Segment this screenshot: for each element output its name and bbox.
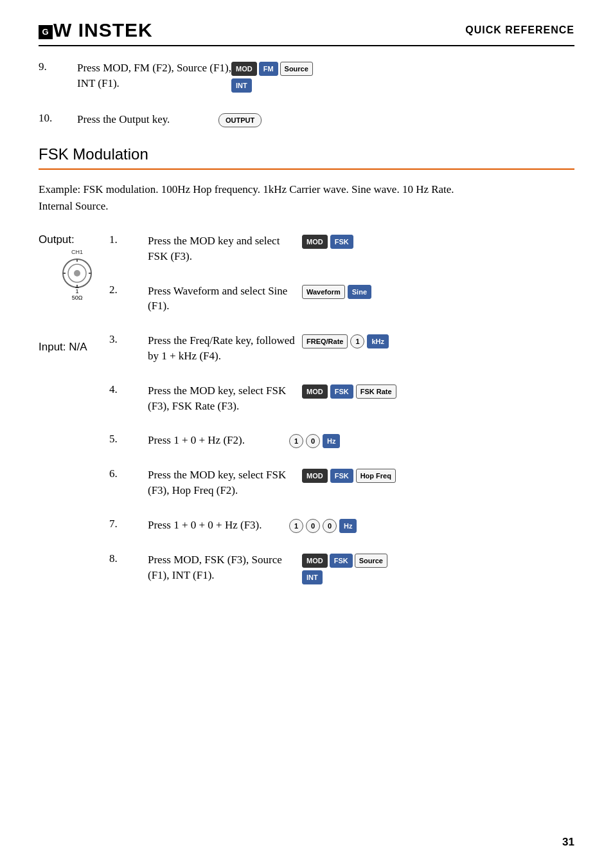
fsk-step-4-num: 4.: [109, 382, 148, 396]
header: GW INSTEK QUICK REFERENCE: [39, 19, 574, 41]
fsk-step-8-keys-col: MOD FSK Source INT: [302, 554, 387, 584]
step-10-text: Press the Output key.: [77, 111, 218, 127]
page-number: 31: [562, 836, 574, 849]
key-fsk-4: FSK: [330, 384, 353, 399]
step-9-keys-row1: MOD FM Source: [231, 62, 313, 76]
fsk-step-6: 6. Press the MOD key, select FSK (F3), H…: [109, 466, 574, 498]
step-10-num: 10.: [39, 111, 77, 125]
key-hopfreq-6: Hop Freq: [356, 469, 396, 483]
resistance-label: 150Ω: [72, 288, 83, 301]
fsk-step-8: 8. Press MOD, FSK (F3), Source (F1), INT…: [109, 551, 574, 584]
fsk-steps-area: Output: CH1: [39, 232, 574, 602]
step-9-num: 9.: [39, 59, 77, 73]
key-mod-1: MOD: [302, 235, 328, 249]
connector-icon: [61, 255, 93, 291]
fsk-step-5-text: Press 1 + 0 + Hz (F2).: [148, 431, 289, 448]
fsk-step-5-num: 5.: [109, 431, 148, 446]
key-fskrate-4: FSK Rate: [356, 384, 396, 399]
fsk-step-7-text: Press 1 + 0 + 0 + Hz (F3).: [148, 516, 289, 533]
key-fsk-8: FSK: [330, 554, 353, 568]
fsk-step-8-text: Press MOD, FSK (F3), Source (F1), INT (F…: [148, 551, 302, 583]
fsk-step-1-keys: MOD FSK: [302, 232, 353, 249]
logo: GW INSTEK: [39, 19, 153, 41]
key-1-3: 1: [350, 334, 364, 348]
key-mod-9: MOD: [231, 62, 257, 76]
fsk-step-7-keys: 1 0 0 Hz: [289, 516, 357, 533]
fsk-step-1: 1. Press the MOD key and select FSK (F3)…: [109, 232, 574, 264]
input-label: Input: N/A: [39, 339, 109, 354]
fsk-step-3-keys: FREQ/Rate 1 kHz: [302, 332, 389, 348]
header-divider: [39, 45, 574, 46]
logo-sq: G: [39, 25, 53, 39]
fsk-section-divider: [39, 168, 574, 170]
step-9-keys-col: MOD FM Source INT: [231, 62, 313, 93]
step-9-text: Press MOD, FM (F2), Source (F1), INT (F1…: [77, 59, 231, 91]
key-fm-9: FM: [259, 62, 278, 76]
fsk-step-6-text: Press the MOD key, select FSK (F3), Hop …: [148, 466, 302, 498]
key-hz-5: Hz: [323, 434, 340, 448]
fsk-step-5-keys: 1 0 Hz: [289, 431, 340, 448]
key-1-7: 1: [289, 519, 303, 533]
step-row-10: 10. Press the Output key. OUTPUT: [39, 111, 574, 127]
fsk-step-8-keys-row1: MOD FSK Source: [302, 554, 387, 568]
page: GW INSTEK QUICK REFERENCE 9. Press MOD, …: [0, 0, 613, 868]
key-source-9: Source: [280, 62, 313, 76]
key-int-8: INT: [302, 570, 323, 584]
key-khz-3: kHz: [367, 334, 389, 348]
svg-point-2: [74, 270, 80, 276]
fsk-step-3-text: Press the Freq/Rate key, followed by 1 +…: [148, 332, 302, 364]
step-10-keys: OUTPUT: [218, 111, 262, 127]
fsk-step-2-num: 2.: [109, 282, 148, 296]
fsk-step-2-text: Press Waveform and select Sine (F1).: [148, 282, 302, 314]
fsk-step-6-keys: MOD FSK Hop Freq: [302, 466, 396, 483]
key-waveform-2: Waveform: [302, 285, 345, 299]
key-0b-7: 0: [323, 519, 337, 533]
fsk-step-3-num: 3.: [109, 332, 148, 346]
output-label-area: Output: CH1: [39, 232, 109, 301]
fsk-step-8-keys: MOD FSK Source INT: [302, 551, 387, 584]
logo-text: W INSTEK: [53, 19, 153, 41]
output-icon: CH1: [45, 249, 109, 301]
fsk-section: FSK Modulation Example: FSK modulation. …: [39, 145, 574, 214]
fsk-step-7-num: 7.: [109, 516, 148, 530]
step-9-keys: MOD FM Source INT: [231, 59, 313, 93]
key-mod-8: MOD: [302, 554, 328, 568]
step-9-keys-row2: INT: [231, 78, 313, 93]
key-int-9: INT: [231, 78, 252, 93]
fsk-step-4-text: Press the MOD key, select FSK (F3), FSK …: [148, 382, 302, 414]
output-label: Output:: [39, 232, 109, 246]
fsk-section-title: FSK Modulation: [39, 145, 574, 163]
fsk-step-1-text: Press the MOD key and select FSK (F3).: [148, 232, 302, 264]
fsk-step-2: 2. Press Waveform and select Sine (F1). …: [109, 282, 574, 314]
fsk-step-6-num: 6.: [109, 466, 148, 480]
fsk-step-7: 7. Press 1 + 0 + 0 + Hz (F3). 1 0 0 Hz: [109, 516, 574, 533]
key-source-8: Source: [355, 554, 387, 568]
io-labels: Output: CH1: [39, 232, 109, 602]
key-mod-4: MOD: [302, 384, 328, 399]
page-title: QUICK REFERENCE: [465, 24, 574, 36]
output-ch-label: CH1: [71, 249, 83, 255]
fsk-step-4-keys: MOD FSK FSK Rate: [302, 382, 396, 399]
key-freqrate-3: FREQ/Rate: [302, 334, 348, 348]
fsk-step-3: 3. Press the Freq/Rate key, followed by …: [109, 332, 574, 364]
key-mod-6: MOD: [302, 469, 328, 483]
fsk-step-5: 5. Press 1 + 0 + Hz (F2). 1 0 Hz: [109, 431, 574, 448]
key-hz-7: Hz: [339, 519, 357, 533]
key-0a-7: 0: [306, 519, 320, 533]
key-output: OUTPUT: [218, 113, 262, 127]
key-fsk-1: FSK: [330, 235, 353, 249]
fsk-step-8-keys-row2: INT: [302, 570, 387, 584]
fsk-step-2-keys: Waveform Sine: [302, 282, 371, 299]
fsk-section-desc: Example: FSK modulation. 100Hz Hop frequ…: [39, 181, 475, 214]
key-fsk-6: FSK: [330, 469, 353, 483]
fsk-step-1-num: 1.: [109, 232, 148, 246]
fsk-step-8-num: 8.: [109, 551, 148, 565]
key-0-5: 0: [306, 434, 320, 448]
step-row-9: 9. Press MOD, FM (F2), Source (F1), INT …: [39, 59, 574, 93]
key-1-5: 1: [289, 434, 303, 448]
fsk-step-4: 4. Press the MOD key, select FSK (F3), F…: [109, 382, 574, 414]
key-sine-2: Sine: [348, 285, 371, 299]
fsk-steps-list: 1. Press the MOD key and select FSK (F3)…: [109, 232, 574, 602]
input-label-area: Input: N/A: [39, 339, 109, 354]
